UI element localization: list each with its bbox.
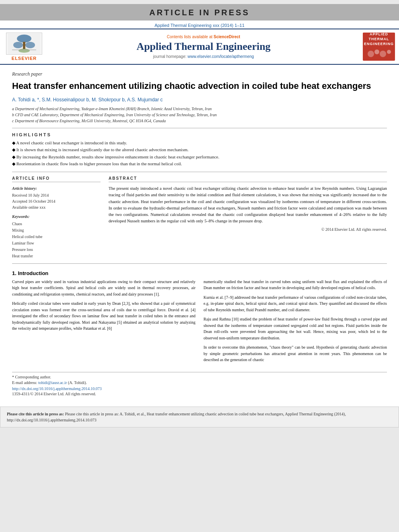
article-info-abstract-row: ARTICLE INFO Article history: Received 1…	[12, 176, 387, 259]
history-label: Article history:	[12, 185, 101, 191]
highlights-list: A novel chaotic coil heat exchanger is i…	[12, 140, 387, 168]
divider-1	[12, 128, 387, 128]
journal-homepage-link[interactable]: www.elsevier.com/locate/apthermeng	[187, 54, 254, 59]
email-link[interactable]: tohidi@iausr.ac.ir	[38, 380, 67, 385]
elsevier-logo: ELSEVIER	[4, 33, 44, 61]
article-history: Article history: Received 10 July 2014 A…	[12, 185, 101, 210]
email-suffix: (A. Tohidi).	[68, 380, 87, 385]
corresponding-author-note: * Corresponding author.	[12, 375, 387, 379]
highlight-item: It is shown that mixing is increased sig…	[12, 146, 387, 154]
highlights-title: HIGHLIGHTS	[12, 132, 387, 137]
citation-bar: Please cite this article in press as: Pl…	[0, 407, 399, 427]
keyword-item: Mixing	[12, 227, 101, 234]
keywords-list: Chaos Mixing Helical coiled tube Laminar…	[12, 221, 101, 259]
abstract-column: ABSTRACT The present study introduced a …	[109, 176, 387, 259]
highlight-item: By increasing the Reynolds number, resul…	[12, 154, 387, 161]
keywords-label: Keywords:	[12, 214, 101, 220]
introduction-col-left: Curved pipes are widely used in various …	[12, 279, 195, 366]
issn-line: 1359-4311/© 2014 Elsevier Ltd. All right…	[12, 392, 387, 396]
journal-homepage: journal homepage: www.elsevier.com/locat…	[48, 54, 359, 59]
highlight-item: Reorientation in chaotic flow leads to h…	[12, 160, 387, 168]
keyword-item: Pressure loss	[12, 246, 101, 253]
elsevier-label: ELSEVIER	[12, 56, 37, 61]
elsevier-logo-image	[6, 33, 42, 55]
svg-point-10	[387, 50, 391, 54]
article-in-press-banner: ARTICLE IN PRESS	[0, 4, 399, 21]
svg-rect-4	[23, 42, 25, 49]
highlight-item: A novel chaotic coil heat exchanger is i…	[12, 140, 387, 147]
available-date: Available online xxx	[12, 204, 101, 210]
highlights-section: HIGHLIGHTS A novel chaotic coil heat exc…	[12, 132, 387, 168]
keyword-item: Chaos	[12, 221, 101, 227]
keyword-item: Helical coiled tube	[12, 234, 101, 240]
svg-point-2	[13, 42, 23, 48]
science-direct-link[interactable]: ScienceDirect	[214, 35, 240, 39]
affiliation-b: b CFD and CAE Laboratory, Department of …	[12, 112, 387, 118]
keywords-block: Keywords: Chaos Mixing Helical coiled tu…	[12, 214, 101, 259]
doi-link[interactable]: http://dx.doi.org/10.1016/j.applthermale…	[12, 386, 387, 391]
intro-text-right: numerically studied the heat transfer in…	[204, 279, 387, 363]
svg-point-5	[19, 49, 30, 53]
abstract-heading: ABSTRACT	[109, 176, 387, 182]
journal-center: Contents lists available at ScienceDirec…	[48, 35, 359, 59]
affiliations: a Department of Mechanical Engineering, …	[12, 106, 387, 124]
journal-logo-right: APPLIED THERMAL ENGINEERING	[363, 33, 395, 61]
svg-point-8	[374, 49, 379, 54]
introduction-title: 1. Introduction	[12, 270, 387, 276]
paper-title: Heat transfer enhancement utilizing chao…	[12, 80, 387, 92]
affiliation-a: a Department of Mechanical Engineering, …	[12, 106, 387, 112]
svg-point-9	[380, 51, 386, 57]
svg-point-1	[17, 35, 31, 43]
email-line: E-mail address: tohidi@iausr.ac.ir (A. T…	[12, 380, 387, 385]
keyword-item: Laminar flow	[12, 240, 101, 246]
intro-text-left: Curved pipes are widely used in various …	[12, 279, 195, 332]
authors: A. Tohidi a, *, S.M. Hosseinalipour b, M…	[12, 97, 387, 103]
divider-3	[12, 263, 387, 264]
journal-info-bar: Applied Thermal Engineering xxx (2014) 1…	[0, 21, 399, 29]
science-direct-label: Contents lists available at ScienceDirec…	[48, 35, 359, 39]
introduction-two-col: Curved pipes are widely used in various …	[12, 279, 387, 366]
email-label: E-mail address:	[12, 380, 37, 385]
article-info-column: ARTICLE INFO Article history: Received 1…	[12, 176, 101, 259]
affiliation-c: c Department of Bioresource Engineering,…	[12, 118, 387, 124]
keyword-item: Heat transfer	[12, 253, 101, 259]
svg-point-3	[25, 42, 35, 48]
abstract-text: The present study introduced a novel cha…	[109, 185, 387, 225]
journal-header: ELSEVIER Contents lists available at Sci…	[0, 29, 399, 65]
accepted-date: Accepted 16 October 2014	[12, 198, 101, 204]
svg-point-7	[368, 51, 374, 57]
main-content: Research paper Heat transfer enhancement…	[0, 65, 399, 400]
divider-2	[12, 172, 387, 172]
abstract-copyright: © 2014 Elsevier Ltd. All rights reserved…	[109, 227, 387, 232]
introduction-section: 1. Introduction Curved pipes are widely …	[12, 270, 387, 366]
journal-logo-right-text: APPLIED THERMAL ENGINEERING	[364, 32, 394, 61]
received-date: Received 10 July 2014	[12, 192, 101, 198]
journal-title: Applied Thermal Engineering	[48, 41, 359, 53]
introduction-col-right: numerically studied the heat transfer in…	[204, 279, 387, 366]
article-info-heading: ARTICLE INFO	[12, 176, 101, 182]
paper-type: Research paper	[12, 71, 387, 77]
citation-prefix: Please cite this article in press as:	[7, 412, 65, 416]
footnote-area: * Corresponding author. E-mail address: …	[12, 372, 387, 396]
